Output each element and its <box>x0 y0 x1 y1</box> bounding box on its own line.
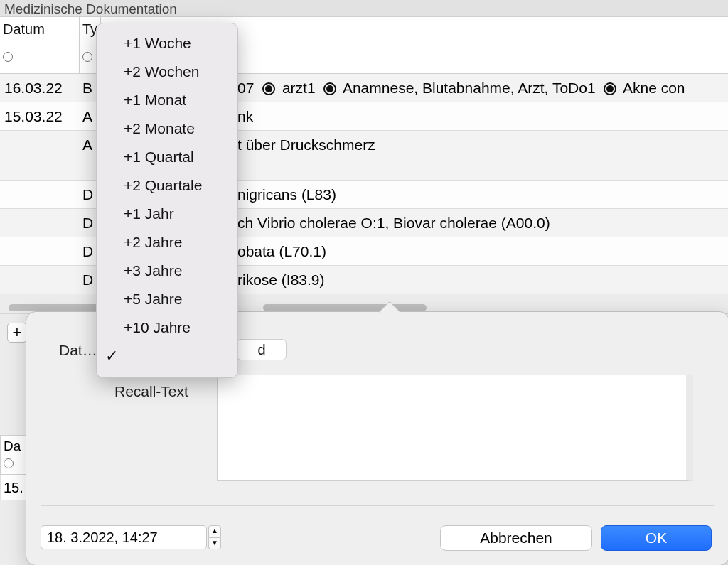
cell-type: B <box>80 74 94 102</box>
menu-item[interactable]: +1 Woche <box>97 29 237 58</box>
menu-item[interactable]: +1 Jahr <box>97 200 237 228</box>
bullet-icon <box>604 82 616 95</box>
bullet-icon <box>262 82 275 95</box>
cell-type: D <box>80 237 94 265</box>
cell-date <box>0 237 80 265</box>
menu-item-current[interactable] <box>97 342 237 370</box>
menu-item[interactable]: +2 Quartale <box>97 171 237 200</box>
plus-icon: + <box>13 323 22 341</box>
cancel-button[interactable]: Abbrechen <box>440 525 592 551</box>
cell-date: 15.03.22 <box>0 102 80 130</box>
menu-item[interactable]: +10 Jahre <box>97 313 237 342</box>
stepper-down-icon[interactable]: ▼ <box>208 538 221 550</box>
cell-type: D <box>80 209 94 237</box>
menu-item[interactable]: +2 Wochen <box>97 58 237 86</box>
chip-text: d <box>257 342 265 357</box>
cell-type: D <box>80 266 94 294</box>
window-title: Medizinische Dokumentation <box>4 1 177 16</box>
cell-date <box>0 266 80 294</box>
add-button[interactable]: + <box>7 323 27 343</box>
secondary-cell: 15. <box>4 480 23 495</box>
separator <box>41 505 714 506</box>
date-offset-menu[interactable]: +1 Woche+2 Wochen+1 Monat+2 Monate+1 Qua… <box>96 23 238 378</box>
recall-text-label: Recall-Text <box>114 383 188 400</box>
stepper-up-icon[interactable]: ▲ <box>208 525 221 538</box>
sort-radio-icon[interactable] <box>3 52 13 62</box>
cell-type: A <box>80 102 94 130</box>
cancel-button-label: Abbrechen <box>480 529 552 546</box>
sort-radio-icon[interactable] <box>4 458 14 468</box>
datetime-field[interactable]: 18. 3.2022, 14:27 <box>41 525 207 549</box>
secondary-table: Da 15. <box>0 435 28 500</box>
cell-date <box>0 209 80 237</box>
date-preset-dropdown[interactable]: d <box>237 339 287 360</box>
secondary-column-header-label: Da <box>4 438 21 453</box>
menu-item[interactable]: +2 Jahre <box>97 228 237 257</box>
ok-button[interactable]: OK <box>601 525 712 551</box>
cell-content: 07 arzt1 Anamnese, Blutabnahme, Arzt, To… <box>237 74 728 102</box>
sort-radio-icon[interactable] <box>82 52 92 62</box>
column-header-date[interactable]: Datum <box>0 17 80 74</box>
scroll-thumb[interactable] <box>263 304 427 311</box>
menu-item[interactable]: +2 Monate <box>97 114 237 143</box>
datetime-stepper[interactable]: ▲ ▼ <box>208 525 221 549</box>
window-title-bar: Medizinische Dokumentation <box>0 0 728 17</box>
datetime-value: 18. 3.2022, 14:27 <box>47 529 158 545</box>
ok-button-label: OK <box>646 529 667 546</box>
cell-type: A <box>80 131 94 180</box>
column-header-date-label: Datum <box>3 21 45 37</box>
cell-content: nigricans (L83) <box>237 181 728 208</box>
secondary-table-row[interactable]: 15. <box>0 475 28 500</box>
cell-content: t über Druckschmerz <box>237 131 728 180</box>
cell-content: rikose (I83.9) <box>237 266 728 294</box>
column-header-type-label: Ty <box>82 21 97 37</box>
cell-content: obata (L70.1) <box>237 237 728 265</box>
menu-item[interactable]: +1 Monat <box>97 86 237 114</box>
secondary-column-header[interactable]: Da <box>0 435 28 475</box>
cell-type: D <box>80 181 94 208</box>
bullet-icon <box>323 82 336 95</box>
cell-content: ch Vibrio cholerae O:1, Biovar cholerae … <box>237 209 728 237</box>
menu-item[interactable]: +1 Quartal <box>97 143 237 171</box>
cell-date: 16.03.22 <box>0 74 80 102</box>
date-field-label: Dat… <box>59 342 97 359</box>
menu-item[interactable]: +5 Jahre <box>97 285 237 313</box>
cell-date <box>0 181 80 208</box>
menu-item[interactable]: +3 Jahre <box>97 257 237 285</box>
recall-text-input[interactable] <box>217 375 693 481</box>
cell-date <box>0 131 80 180</box>
cell-content: nk <box>237 102 728 130</box>
